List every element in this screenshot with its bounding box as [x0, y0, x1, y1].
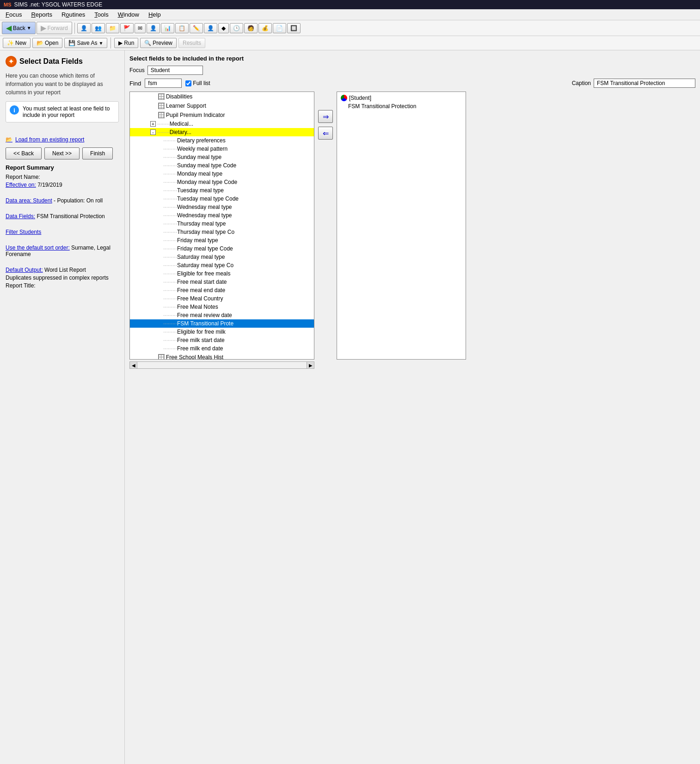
- back-dropdown-icon[interactable]: ▼: [27, 25, 31, 31]
- tree-item-eligible-free-meals[interactable]: ········· Eligible for free meals: [130, 269, 314, 278]
- transfer-left-button[interactable]: ⇐: [318, 127, 333, 140]
- toolbar-icon-9[interactable]: ✏️: [190, 23, 203, 33]
- tree-item-free-meal-notes[interactable]: ········· Free Meal Notes: [130, 303, 314, 311]
- data-fields-link[interactable]: Data Fields:: [6, 213, 35, 220]
- tree-panel[interactable]: Disabilities Learner Support Pupil Premi…: [129, 92, 314, 360]
- sort-link[interactable]: Use the default sort order:: [6, 244, 70, 251]
- tree-item-monday-meal[interactable]: ········· Monday meal type: [130, 170, 314, 178]
- toolbar-icon-7[interactable]: 📊: [161, 23, 174, 33]
- tree-item-free-milk-start[interactable]: ········· Free milk start date: [130, 336, 314, 344]
- tree-item-thursday-meal[interactable]: ········· Thursday meal type: [130, 220, 314, 228]
- tree-item-monday-meal-code[interactable]: ········· Monday meal type Code: [130, 178, 314, 186]
- tree-item-friday-meal[interactable]: ········· Friday meal type: [130, 236, 314, 244]
- tree-item-eligible-free-milk[interactable]: ········· Eligible for free milk: [130, 328, 314, 336]
- save-as-button[interactable]: 💾 Save As ▼: [64, 38, 107, 48]
- full-list-checkbox[interactable]: [185, 80, 191, 86]
- toolbar-icon-11[interactable]: ◆: [218, 23, 229, 33]
- tree-item-label: Free meal end date: [177, 287, 225, 293]
- toolbar-icon-13[interactable]: 🧑: [244, 23, 258, 33]
- focus-input[interactable]: [147, 66, 203, 75]
- toolbar-icon-10[interactable]: 👤: [204, 23, 217, 33]
- next-nav-button[interactable]: Next >>: [44, 147, 80, 159]
- find-input[interactable]: [145, 79, 182, 88]
- menu-routines[interactable]: Routines: [58, 10, 89, 19]
- selected-item-fsm[interactable]: FSM Transitional Protection: [339, 102, 464, 110]
- tree-item-free-milk-end[interactable]: ········· Free milk end date: [130, 344, 314, 353]
- tree-item-label: Saturday meal type: [177, 254, 225, 260]
- data-area-link[interactable]: Data area: Student: [6, 197, 52, 204]
- tree-item-dots: ·········: [163, 287, 177, 293]
- toolbar-icon-5[interactable]: ✉: [135, 23, 146, 33]
- tree-item-free-meal-end[interactable]: ········· Free meal end date: [130, 286, 314, 294]
- caption-input[interactable]: [594, 79, 695, 88]
- finish-button[interactable]: Finish: [82, 147, 113, 159]
- toolbar-icon-15[interactable]: 📄: [273, 23, 286, 33]
- menu-tools[interactable]: Tools: [91, 10, 112, 19]
- tree-item-free-meal-country[interactable]: ········· Free Meal Country: [130, 294, 314, 303]
- tree-item-sunday-meal-code[interactable]: ········· Sunday meal type Code: [130, 161, 314, 170]
- output-link[interactable]: Default Output:: [6, 267, 43, 273]
- tree-item-free-meal-start[interactable]: ········· Free meal start date: [130, 278, 314, 286]
- toolbar-icon-3[interactable]: 📁: [106, 23, 119, 33]
- tree-item-dietary[interactable]: - ········ Dietary...: [130, 128, 314, 136]
- selected-panel[interactable]: [Student] FSM Transitional Protection: [337, 92, 466, 360]
- toolbar-icon-8[interactable]: 📋: [175, 23, 189, 33]
- horizontal-scrollbar[interactable]: ◀ ▶: [129, 361, 314, 369]
- toolbar-icon-6[interactable]: 👤: [147, 23, 160, 33]
- tree-item-saturday-meal[interactable]: ········· Saturday meal type: [130, 253, 314, 261]
- menu-help[interactable]: Help: [145, 10, 165, 19]
- expand-icon-medical[interactable]: +: [150, 121, 156, 127]
- tree-item-free-school-meals-hist[interactable]: Free School Meals Hist: [130, 353, 314, 360]
- tree-item-dietary-prefs[interactable]: ········· Dietary preferences: [130, 136, 314, 145]
- run-button[interactable]: ▶ Run: [114, 38, 138, 48]
- tree-item-medical[interactable]: + ········ Medical...: [130, 120, 314, 128]
- load-existing-link[interactable]: 📂 Load from an existing report: [6, 136, 119, 143]
- tree-item-tuesday-meal-code[interactable]: ········· Tuesday meal type Code: [130, 195, 314, 203]
- filter-link[interactable]: Filter Students: [6, 229, 41, 235]
- scroll-left-btn[interactable]: ◀: [130, 362, 137, 368]
- horizontal-scroll-area: ◀ ▶: [129, 361, 695, 369]
- tree-item-saturday-meal-code[interactable]: ········· Saturday meal type Co: [130, 261, 314, 269]
- transfer-right-button[interactable]: ⇒: [318, 110, 333, 123]
- tree-item-label: Disabilities: [166, 93, 192, 100]
- effective-value: 7/19/2019: [37, 182, 62, 188]
- toolbar-icon-16[interactable]: 🔲: [287, 23, 301, 33]
- filter-row: Find Full list Caption: [129, 79, 695, 88]
- results-button[interactable]: Results: [178, 38, 205, 48]
- forward-label: Forward: [48, 25, 68, 31]
- scroll-right-btn[interactable]: ▶: [307, 362, 314, 368]
- tree-item-sunday-meal-type[interactable]: ········· Sunday meal type: [130, 153, 314, 161]
- tree-item-fsm-transitional[interactable]: ········· FSM Transitional Prote: [130, 319, 314, 328]
- tree-item-tuesday-meal[interactable]: ········· Tuesday meal type: [130, 186, 314, 195]
- tree-item-thursday-meal-code[interactable]: ········· Thursday meal type Co: [130, 228, 314, 236]
- effective-label[interactable]: Effective on:: [6, 182, 36, 188]
- expand-icon-dietary[interactable]: -: [150, 129, 156, 135]
- save-dropdown-icon[interactable]: ▼: [98, 41, 103, 46]
- back-button[interactable]: ◀ Back ▼: [2, 22, 36, 34]
- tree-item-learner-support[interactable]: Learner Support: [130, 101, 314, 110]
- toolbar-icon-4[interactable]: 🚩: [120, 23, 134, 33]
- tree-item-friday-meal-code[interactable]: ········· Friday meal type Code: [130, 244, 314, 253]
- toolbar-icon-12[interactable]: 🕒: [230, 23, 243, 33]
- tree-item-free-meal-review[interactable]: ········· Free meal review date: [130, 311, 314, 319]
- tree-item-weekly-meal[interactable]: ········· Weekly meal pattern: [130, 145, 314, 153]
- toolbar-icon-14[interactable]: 💰: [258, 23, 272, 33]
- tree-item-pupil-premium[interactable]: Pupil Premium Indicator: [130, 110, 314, 120]
- tree-item-wednesday-meal[interactable]: ········· Wednesday meal type: [130, 203, 314, 211]
- toolbar-icon-1[interactable]: 👤: [77, 23, 91, 33]
- back-nav-button[interactable]: << Back: [6, 147, 42, 159]
- tree-item-disabilities[interactable]: Disabilities: [130, 92, 314, 101]
- tree-item-wednesday-meal-2[interactable]: ········· Wednesday meal type: [130, 211, 314, 220]
- preview-button[interactable]: 🔍 Preview: [140, 38, 177, 48]
- forward-button[interactable]: ▶ Forward: [37, 22, 72, 34]
- menu-reports[interactable]: Reports: [27, 10, 56, 19]
- toolbar-icon-2[interactable]: 👥: [92, 23, 105, 33]
- tree-item-label: Wednesday meal type: [177, 212, 232, 219]
- menu-focus[interactable]: Focus: [2, 10, 25, 19]
- open-button[interactable]: 📂 Open: [32, 38, 62, 48]
- menu-window[interactable]: Window: [114, 10, 143, 19]
- new-button[interactable]: ✨ New: [3, 38, 31, 48]
- tree-item-dots: ·········: [163, 146, 177, 152]
- tree-item-dots: ·········: [163, 254, 177, 260]
- find-label: Find: [129, 80, 141, 87]
